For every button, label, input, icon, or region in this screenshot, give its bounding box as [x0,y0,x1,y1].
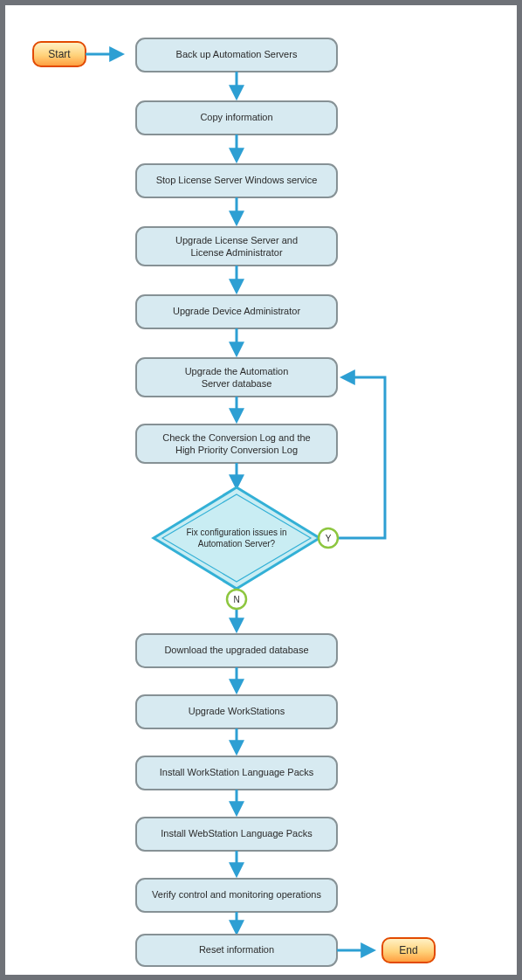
n7-label-line2: High Priority Conversion Log [175,445,298,455]
process-upgrade-server-database: Upgrade the Automation Server database [136,358,337,397]
n5-label: Upgrade Device Administrator [173,306,300,316]
terminal-start: Start [33,42,86,66]
flowchart-frame: Start Back up Automation Servers Copy in… [0,0,522,980]
process-install-webstation-lang: Install WebStation Language Packs [136,818,337,851]
process-download-upgraded-db: Download the upgraded database [136,634,337,667]
process-backup-automation-servers: Back up Automation Servers [136,38,337,72]
n2-label: Copy information [200,112,272,122]
n1-label: Back up Automation Servers [176,49,298,59]
d1-label-line2: Automation Server? [198,539,276,549]
process-stop-license-service: Stop License Server Windows service [136,164,337,197]
n12-label: Verify control and monitoring operations [152,889,321,900]
n11-label: Install WebStation Language Packs [161,828,313,839]
terminal-end: End [382,938,435,963]
n10-label: Install WorkStation Language Packs [160,767,314,777]
n13-label: Reset information [199,944,274,955]
n4-label-line2: License Administrator [190,247,282,258]
n7-label-line1: Check the Conversion Log and the [162,432,310,443]
process-check-conversion-log: Check the Conversion Log and the High Pr… [136,424,337,463]
branch-no-marker: N [227,590,246,609]
end-label: End [399,944,417,956]
branch-yes-marker: Y [319,528,338,548]
process-upgrade-workstations: Upgrade WorkStations [136,695,337,728]
n8-label: Download the upgraded database [164,645,308,655]
n6-label-line2: Server database [202,378,272,389]
process-copy-information: Copy information [136,101,337,135]
n3-label: Stop License Server Windows service [156,175,318,185]
d1-label-line1: Fix configuration issues in [186,528,286,537]
n9-label: Upgrade WorkStations [189,706,285,716]
n4-label-line1: Upgrade License Server and [175,235,298,245]
process-install-workstation-lang: Install WorkStation Language Packs [136,756,337,790]
branch-yes-label: Y [326,534,332,543]
n6-label-line1: Upgrade the Automation [185,366,289,376]
process-upgrade-license-server: Upgrade License Server and License Admin… [136,227,337,266]
process-reset-information: Reset information [136,935,337,966]
decision-fix-config-issues: Fix configuration issues in Automation S… [154,487,319,589]
process-verify-operations: Verify control and monitoring operations [136,879,337,912]
branch-no-label: N [233,595,239,604]
flowchart-svg: Start Back up Automation Servers Copy in… [5,5,517,975]
start-label: Start [48,48,71,60]
process-upgrade-device-admin: Upgrade Device Administrator [136,295,337,328]
